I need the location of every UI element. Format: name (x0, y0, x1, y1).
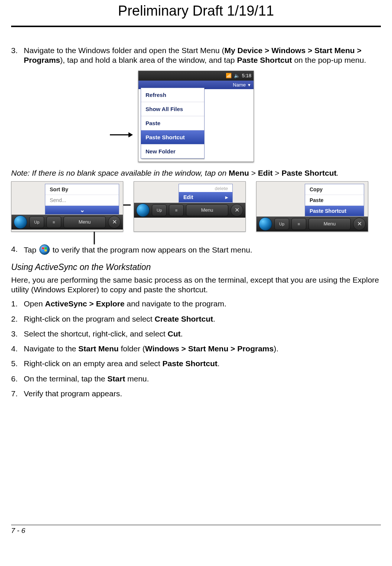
clock-text: 5:18 (242, 73, 251, 78)
t: Navigate to the (24, 344, 78, 353)
chevron-right-icon: ▸ (225, 194, 228, 200)
t: Navigate to the Windows folder and open … (24, 46, 224, 55)
n: 2. (11, 314, 24, 324)
b: Create Shortcut (155, 315, 213, 323)
figure-row-toolbars: Sort By Send... ⌄ Up ≡ Menu ✕ delete Edi… (11, 181, 381, 232)
t: Verify that program appears. (24, 389, 122, 398)
list-icon[interactable]: ≡ (46, 216, 61, 228)
start-button[interactable] (14, 215, 27, 229)
t: folder ( (119, 344, 145, 353)
step-3-action: Paste Shortcut (237, 56, 292, 64)
label: Edit (183, 194, 193, 200)
context-menu-new-folder[interactable]: New Folder (141, 144, 204, 158)
as-step-6: 6. On the terminal, tap the Start menu. (11, 374, 381, 384)
figure-1: 📶 🔈 5:18 Name ▾ Refresh Show All Files P… (11, 71, 381, 162)
device-titlebar: 📶 🔈 5:18 (138, 71, 254, 81)
popup-menu-b: delete Edit ▸ (179, 184, 233, 203)
menu-edit[interactable]: Edit ▸ (179, 192, 232, 203)
t: On the terminal, tap the (24, 374, 107, 383)
signal-icon: 📶 (226, 73, 232, 78)
menu-paste-shortcut[interactable]: Paste Shortcut (305, 206, 364, 217)
b: Start Menu (78, 344, 119, 353)
menu-button[interactable]: Menu (308, 218, 351, 230)
b2: Windows > Start Menu > Programs (145, 344, 274, 353)
n: 3. (11, 329, 24, 339)
start-button[interactable] (259, 217, 272, 231)
volume-icon: 🔈 (234, 73, 240, 78)
as-step-5: 5. Right-click on an empty area and sele… (11, 359, 381, 368)
t: > (272, 169, 281, 177)
n: 4. (11, 344, 24, 354)
menu-copy[interactable]: Copy (305, 184, 364, 195)
sort-indicator-icon: ▾ (248, 82, 251, 88)
device-screenshot-menu-a: Sort By Send... ⌄ Up ≡ Menu ✕ (11, 181, 123, 232)
as-step-1: 1. Open ActiveSync > Explore and navigat… (11, 299, 381, 309)
section-activesync-intro: Here, you are performing the same basic … (11, 275, 381, 295)
draft-title: Preliminary Draft 1/19/11 (11, 3, 381, 19)
t: Open (24, 299, 45, 308)
list-icon[interactable]: ≡ (291, 218, 306, 230)
menu-button[interactable]: Menu (63, 216, 106, 228)
step-3: 3. Navigate to the Windows folder and op… (11, 46, 381, 65)
context-menu-show-all-files[interactable]: Show All Files (141, 102, 204, 116)
note-menu: Menu (229, 169, 249, 177)
t: . (181, 329, 183, 338)
section-activesync-title: Using ActiveSync on the Workstation (11, 262, 381, 272)
n: 5. (11, 359, 24, 368)
note-edit: Edit (258, 169, 273, 177)
menu-send[interactable]: Send... (45, 195, 119, 206)
context-menu-paste[interactable]: Paste (141, 116, 204, 130)
t: Right-click on the program and select (24, 315, 155, 323)
step-3-text: Navigate to the Windows folder and open … (24, 46, 381, 65)
t: . (213, 315, 215, 323)
step-3-number: 3. (11, 46, 24, 65)
arrow-indicator-icon (109, 131, 133, 139)
step-4-number: 4. (11, 244, 24, 255)
footer-divider (11, 525, 381, 525)
b: Cut (168, 329, 181, 338)
t: and navigate to the program. (124, 299, 226, 308)
page-number: 7 - 6 (11, 527, 381, 535)
context-menu-paste-shortcut[interactable]: Paste Shortcut (141, 130, 204, 144)
t: ). (274, 344, 278, 353)
step-4: 4. Tap to verify that the program now ap… (11, 244, 381, 255)
t: on the pop-up menu. (292, 56, 366, 64)
menu-button[interactable]: Menu (186, 204, 228, 216)
n: 7. (11, 389, 24, 399)
t: menu. (125, 374, 149, 383)
n: 1. (11, 299, 24, 309)
popup-menu-c: Copy Paste Paste Shortcut (305, 184, 364, 217)
step-4-text: Tap to verify that the program now appea… (24, 244, 381, 255)
context-menu-refresh[interactable]: Refresh (141, 88, 204, 102)
menu-header-dim: delete (179, 184, 232, 192)
note-text: Note: If there is no blank space availab… (11, 169, 381, 178)
t: Right-click on an empty area and select (24, 359, 163, 368)
t: ), tap and hold a blank area of the wind… (60, 56, 237, 64)
popup-menu-a: Sort By Send... ⌄ (45, 184, 119, 215)
as-step-3: 3. Select the shortcut, right-click, and… (11, 329, 381, 339)
up-button[interactable]: Up (152, 204, 167, 216)
t: . (218, 359, 220, 368)
menu-expand-chevron-icon[interactable]: ⌄ (45, 206, 119, 215)
b: Start (107, 374, 125, 383)
menu-paste[interactable]: Paste (305, 195, 364, 206)
windows-start-icon (39, 244, 50, 255)
start-button[interactable] (136, 204, 150, 217)
n: 6. (11, 374, 24, 384)
t: . (337, 169, 339, 177)
svg-marker-1 (128, 132, 133, 137)
menu-sort-by[interactable]: Sort By (45, 184, 119, 195)
bottom-toolbar: Up ≡ Menu ✕ (257, 217, 368, 231)
close-button[interactable]: ✕ (353, 218, 366, 230)
b: ActiveSync > Explore (45, 299, 124, 308)
t: Note: If there is no blank space availab… (11, 169, 229, 177)
t: to verify that the program now appears o… (50, 245, 252, 254)
up-button[interactable]: Up (274, 218, 289, 230)
as-step-7: 7. Verify that program appears. (11, 389, 381, 399)
close-button[interactable]: ✕ (108, 216, 121, 228)
up-button[interactable]: Up (29, 216, 44, 228)
list-icon[interactable]: ≡ (169, 204, 184, 216)
close-button[interactable]: ✕ (231, 204, 243, 217)
as-step-2: 2. Right-click on the program and select… (11, 314, 381, 324)
bottom-toolbar: Up ≡ Menu ✕ (134, 203, 245, 218)
